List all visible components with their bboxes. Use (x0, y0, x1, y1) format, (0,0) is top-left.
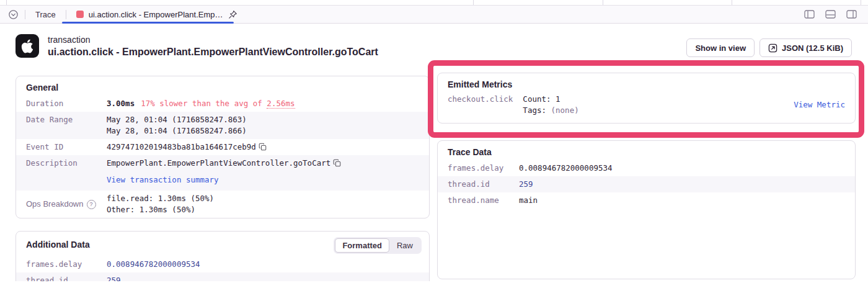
row-value: main (519, 195, 845, 206)
show-in-view-button[interactable]: Show in view (686, 38, 755, 57)
row-value: 259 (519, 179, 845, 190)
ops-breakdown-entry: Other: 1.30ms (50%) (107, 204, 419, 215)
description-row: Description EmpowerPlant.EmpowerPlantVie… (16, 155, 429, 191)
column-divider (473, 0, 474, 5)
column-divider (861, 0, 861, 5)
duration-value: 3.00ms (107, 99, 135, 108)
additional-data-section: Additional Data Formatted Raw frames.del… (16, 231, 430, 288)
dock-right-icon (846, 10, 857, 19)
event-id-value: 429747102019483ba81ba164617ceb9d (107, 142, 256, 151)
external-link-icon (768, 43, 777, 53)
trace-grid-sliver (0, 0, 868, 6)
trace-data-section: Trace Data frames.delay 0.00894678200000… (437, 140, 856, 279)
date-range-start: May 28, 01:04 (1716858247.863) (107, 114, 419, 125)
avg-duration-tooltip-link[interactable]: 2.56ms (267, 99, 294, 109)
dock-right-button[interactable] (843, 7, 859, 21)
row-value: 0.008946782000009534 (519, 163, 845, 174)
dock-bottom-icon (825, 10, 836, 19)
divider (25, 10, 25, 19)
layout-toggle-group (801, 7, 859, 21)
emitted-metric-row: checkout.click Count: 1 Tags: (none) Vie… (438, 91, 855, 119)
tab-transaction-label: ui.action.click - EmpowerPlant.Emp… (89, 10, 223, 19)
duration-key: Duration (26, 98, 107, 109)
emitted-metrics-title: Emitted Metrics (438, 73, 855, 91)
json-button-label: JSON (12.5 KiB) (782, 43, 843, 53)
date-range-row: Date Range May 28, 01:04 (1716858247.863… (16, 112, 429, 139)
divider (66, 10, 66, 19)
apple-platform-icon (16, 34, 39, 58)
duration-row: Duration 3.00ms17% slower than the avg o… (16, 96, 429, 112)
duration-comparison: 17% slower than the avg of 2.56ms (141, 99, 294, 108)
copy-icon[interactable] (259, 143, 267, 151)
page-title: ui.action.click - EmpowerPlant.EmpowerPl… (48, 47, 378, 58)
active-tab-underline (62, 22, 234, 24)
formatted-toggle-button[interactable]: Formatted (335, 238, 389, 253)
tab-trace-label: Trace (35, 10, 56, 19)
description-key: Description (26, 158, 107, 169)
metric-name: checkout.click (448, 94, 513, 116)
date-range-key: Date Range (26, 114, 107, 125)
transaction-marker-icon (76, 11, 84, 18)
event-header: transaction ui.action.click - EmpowerPla… (16, 34, 378, 58)
dock-left-button[interactable] (801, 7, 817, 21)
drawer-tab-bar: Trace ui.action.click - EmpowerPlant.Emp… (0, 6, 868, 24)
date-range-end: May 28, 01:04 (1716858247.866) (107, 125, 419, 137)
table-row: frames.delay 0.008946782000009534 (438, 160, 855, 176)
copy-icon[interactable] (333, 159, 341, 167)
metric-count: Count: 1 (523, 94, 578, 105)
column-divider (732, 0, 732, 5)
ops-breakdown-row: Ops Breakdown? file.read: 1.30ms (50%)Ot… (16, 191, 429, 218)
tab-transaction[interactable]: ui.action.click - EmpowerPlant.Emp… (70, 6, 244, 23)
row-key: frames.delay (26, 259, 107, 270)
view-transaction-summary-link[interactable]: View transaction summary (107, 174, 419, 186)
ops-breakdown-entry: file.read: 1.30ms (50%) (107, 193, 419, 204)
collapse-drawer-button[interactable] (5, 7, 21, 21)
table-row: frames.delay 0.008946782000009534 (16, 256, 429, 272)
table-row: thread.id 259 (438, 176, 855, 192)
row-key: thread.id (448, 179, 519, 190)
general-section: General Duration 3.00ms17% slower than t… (16, 76, 430, 218)
table-row: thread.name main (438, 192, 855, 209)
column-divider (6, 0, 7, 5)
row-key: thread.name (448, 195, 519, 206)
event-id-key: Event ID (26, 142, 107, 153)
dock-left-icon (804, 10, 815, 19)
emitted-metrics-section: Emitted Metrics checkout.click Count: 1 … (437, 73, 856, 124)
trace-data-title: Trace Data (438, 141, 855, 160)
general-section-title: General (16, 76, 429, 96)
column-divider (603, 0, 603, 5)
raw-toggle-button[interactable]: Raw (389, 238, 420, 253)
json-download-button[interactable]: JSON (12.5 KiB) (760, 38, 852, 57)
header-actions: Show in view JSON (12.5 KiB) (686, 38, 852, 57)
pin-icon[interactable] (228, 10, 237, 19)
chevron-down-circle-icon (8, 9, 19, 20)
event-id-row: Event ID 429747102019483ba81ba164617ceb9… (16, 139, 429, 155)
dock-bottom-button[interactable] (822, 7, 838, 21)
event-type-label: transaction (48, 35, 378, 45)
view-metric-link[interactable]: View Metric (794, 99, 845, 110)
drawer-bottom-edge (0, 281, 868, 288)
format-toggle: Formatted Raw (334, 237, 422, 254)
ops-breakdown-key: Ops Breakdown? (26, 199, 107, 210)
tab-trace[interactable]: Trace (29, 6, 62, 23)
metric-tags: Tags: (none) (523, 105, 578, 116)
description-value: EmpowerPlant.EmpowerPlantViewController.… (107, 158, 330, 168)
row-value: 0.008946782000009534 (107, 259, 419, 270)
show-in-view-label: Show in view (695, 43, 746, 53)
help-icon[interactable]: ? (87, 200, 96, 209)
row-key: frames.delay (448, 163, 519, 174)
